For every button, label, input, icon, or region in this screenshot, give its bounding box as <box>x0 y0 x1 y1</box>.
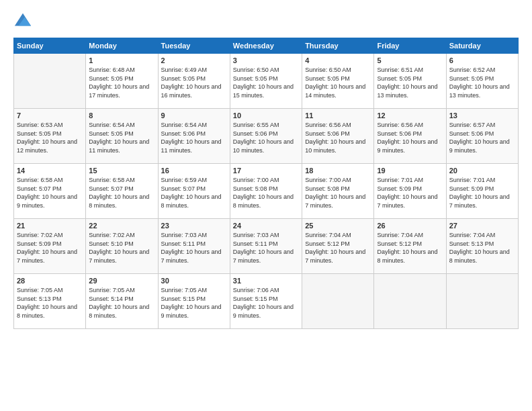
calendar-table: SundayMondayTuesdayWednesdayThursdayFrid… <box>13 38 519 329</box>
day-number: 31 <box>233 277 299 285</box>
day-number: 3 <box>233 56 299 64</box>
day-info: Sunrise: 7:01 AMSunset: 5:09 PMDaylight:… <box>449 176 515 210</box>
day-number: 18 <box>305 167 371 175</box>
day-number: 27 <box>449 222 515 230</box>
calendar-cell <box>446 274 518 329</box>
calendar-cell: 4Sunrise: 6:50 AMSunset: 5:05 PMDaylight… <box>302 54 374 109</box>
calendar-cell: 3Sunrise: 6:50 AMSunset: 5:05 PMDaylight… <box>230 54 302 109</box>
calendar-cell: 30Sunrise: 7:05 AMSunset: 5:15 PMDayligh… <box>158 274 230 329</box>
day-number: 20 <box>449 167 515 175</box>
weekday-header-saturday: Saturday <box>446 38 518 54</box>
day-info: Sunrise: 6:57 AMSunset: 5:06 PMDaylight:… <box>449 121 515 154</box>
calendar-cell <box>374 274 446 329</box>
day-number: 14 <box>17 167 83 175</box>
weekday-header-friday: Friday <box>374 38 446 54</box>
calendar-cell: 16Sunrise: 6:59 AMSunset: 5:07 PMDayligh… <box>158 164 230 219</box>
calendar-cell: 15Sunrise: 6:58 AMSunset: 5:07 PMDayligh… <box>86 164 158 219</box>
calendar-week-row: 28Sunrise: 7:05 AMSunset: 5:13 PMDayligh… <box>14 274 519 329</box>
weekday-header-monday: Monday <box>86 38 158 54</box>
day-info: Sunrise: 6:48 AMSunset: 5:05 PMDaylight:… <box>89 66 154 99</box>
day-info: Sunrise: 7:03 AMSunset: 5:11 PMDaylight:… <box>161 231 227 265</box>
day-info: Sunrise: 6:54 AMSunset: 5:05 PMDaylight:… <box>89 121 154 154</box>
day-info: Sunrise: 7:05 AMSunset: 5:13 PMDaylight:… <box>17 286 83 320</box>
calendar-cell: 27Sunrise: 7:04 AMSunset: 5:13 PMDayligh… <box>446 219 518 274</box>
day-info: Sunrise: 7:00 AMSunset: 5:08 PMDaylight:… <box>233 176 299 210</box>
logo-icon <box>13 12 32 31</box>
day-info: Sunrise: 7:05 AMSunset: 5:15 PMDaylight:… <box>161 286 227 320</box>
calendar-cell: 14Sunrise: 6:58 AMSunset: 5:07 PMDayligh… <box>14 164 86 219</box>
calendar-cell: 19Sunrise: 7:01 AMSunset: 5:09 PMDayligh… <box>374 164 446 219</box>
calendar-cell: 26Sunrise: 7:04 AMSunset: 5:12 PMDayligh… <box>374 219 446 274</box>
day-info: Sunrise: 6:58 AMSunset: 5:07 PMDaylight:… <box>89 176 154 210</box>
weekday-header-wednesday: Wednesday <box>230 38 302 54</box>
day-number: 23 <box>161 222 227 230</box>
day-info: Sunrise: 7:04 AMSunset: 5:12 PMDaylight:… <box>377 231 443 265</box>
calendar-cell: 2Sunrise: 6:49 AMSunset: 5:05 PMDaylight… <box>158 54 230 109</box>
day-info: Sunrise: 6:56 AMSunset: 5:06 PMDaylight:… <box>377 121 443 154</box>
calendar-cell: 13Sunrise: 6:57 AMSunset: 5:06 PMDayligh… <box>446 109 518 164</box>
calendar-cell: 25Sunrise: 7:04 AMSunset: 5:12 PMDayligh… <box>302 219 374 274</box>
day-info: Sunrise: 7:04 AMSunset: 5:12 PMDaylight:… <box>305 231 371 265</box>
calendar-cell: 10Sunrise: 6:55 AMSunset: 5:06 PMDayligh… <box>230 109 302 164</box>
day-info: Sunrise: 7:04 AMSunset: 5:13 PMDaylight:… <box>449 231 515 265</box>
day-number: 6 <box>449 56 515 64</box>
day-number: 13 <box>449 111 515 120</box>
calendar-cell: 8Sunrise: 6:54 AMSunset: 5:05 PMDaylight… <box>86 109 158 164</box>
day-info: Sunrise: 7:05 AMSunset: 5:14 PMDaylight:… <box>89 286 154 320</box>
day-info: Sunrise: 7:02 AMSunset: 5:10 PMDaylight:… <box>89 231 154 265</box>
calendar-cell: 1Sunrise: 6:48 AMSunset: 5:05 PMDaylight… <box>86 54 158 109</box>
calendar-week-row: 14Sunrise: 6:58 AMSunset: 5:07 PMDayligh… <box>14 164 519 219</box>
day-number: 1 <box>89 56 154 64</box>
day-number: 28 <box>17 277 83 285</box>
day-number: 17 <box>233 167 299 175</box>
day-number: 9 <box>161 111 227 120</box>
calendar-cell: 23Sunrise: 7:03 AMSunset: 5:11 PMDayligh… <box>158 219 230 274</box>
calendar-cell: 9Sunrise: 6:54 AMSunset: 5:06 PMDaylight… <box>158 109 230 164</box>
day-info: Sunrise: 6:52 AMSunset: 5:05 PMDaylight:… <box>449 66 515 99</box>
calendar-cell: 20Sunrise: 7:01 AMSunset: 5:09 PMDayligh… <box>446 164 518 219</box>
calendar-cell: 24Sunrise: 7:03 AMSunset: 5:11 PMDayligh… <box>230 219 302 274</box>
day-number: 2 <box>161 56 227 64</box>
calendar-week-row: 1Sunrise: 6:48 AMSunset: 5:05 PMDaylight… <box>14 54 519 109</box>
day-number: 11 <box>305 111 371 120</box>
day-info: Sunrise: 7:02 AMSunset: 5:09 PMDaylight:… <box>17 231 83 265</box>
day-number: 19 <box>377 167 443 175</box>
day-info: Sunrise: 6:59 AMSunset: 5:07 PMDaylight:… <box>161 176 227 210</box>
calendar-cell <box>14 54 86 109</box>
calendar-cell: 21Sunrise: 7:02 AMSunset: 5:09 PMDayligh… <box>14 219 86 274</box>
day-info: Sunrise: 6:54 AMSunset: 5:06 PMDaylight:… <box>161 121 227 154</box>
day-info: Sunrise: 6:49 AMSunset: 5:05 PMDaylight:… <box>161 66 227 99</box>
weekday-header-sunday: Sunday <box>14 38 86 54</box>
day-number: 10 <box>233 111 299 120</box>
day-number: 7 <box>17 111 83 120</box>
day-number: 30 <box>161 277 227 285</box>
calendar-cell: 5Sunrise: 6:51 AMSunset: 5:05 PMDaylight… <box>374 54 446 109</box>
calendar-cell: 22Sunrise: 7:02 AMSunset: 5:10 PMDayligh… <box>86 219 158 274</box>
day-number: 24 <box>233 222 299 230</box>
calendar-week-row: 21Sunrise: 7:02 AMSunset: 5:09 PMDayligh… <box>14 219 519 274</box>
logo <box>13 12 35 31</box>
calendar-cell: 11Sunrise: 6:56 AMSunset: 5:06 PMDayligh… <box>302 109 374 164</box>
day-number: 22 <box>89 222 154 230</box>
day-info: Sunrise: 6:50 AMSunset: 5:05 PMDaylight:… <box>233 66 299 99</box>
day-info: Sunrise: 7:03 AMSunset: 5:11 PMDaylight:… <box>233 231 299 265</box>
day-number: 12 <box>377 111 443 120</box>
calendar-cell <box>302 274 374 329</box>
calendar-cell: 6Sunrise: 6:52 AMSunset: 5:05 PMDaylight… <box>446 54 518 109</box>
calendar-cell: 7Sunrise: 6:53 AMSunset: 5:05 PMDaylight… <box>14 109 86 164</box>
day-info: Sunrise: 6:50 AMSunset: 5:05 PMDaylight:… <box>305 66 371 99</box>
calendar-cell: 28Sunrise: 7:05 AMSunset: 5:13 PMDayligh… <box>14 274 86 329</box>
calendar-cell: 31Sunrise: 7:06 AMSunset: 5:15 PMDayligh… <box>230 274 302 329</box>
day-number: 16 <box>161 167 227 175</box>
day-info: Sunrise: 7:00 AMSunset: 5:08 PMDaylight:… <box>305 176 371 210</box>
day-number: 15 <box>89 167 154 175</box>
day-info: Sunrise: 6:51 AMSunset: 5:05 PMDaylight:… <box>377 66 443 99</box>
day-info: Sunrise: 7:06 AMSunset: 5:15 PMDaylight:… <box>233 286 299 320</box>
weekday-header-thursday: Thursday <box>302 38 374 54</box>
weekday-header-row: SundayMondayTuesdayWednesdayThursdayFrid… <box>14 38 519 54</box>
calendar-cell: 29Sunrise: 7:05 AMSunset: 5:14 PMDayligh… <box>86 274 158 329</box>
day-number: 21 <box>17 222 83 230</box>
calendar-container: SundayMondayTuesdayWednesdayThursdayFrid… <box>0 0 532 411</box>
day-number: 8 <box>89 111 154 120</box>
day-number: 29 <box>89 277 154 285</box>
